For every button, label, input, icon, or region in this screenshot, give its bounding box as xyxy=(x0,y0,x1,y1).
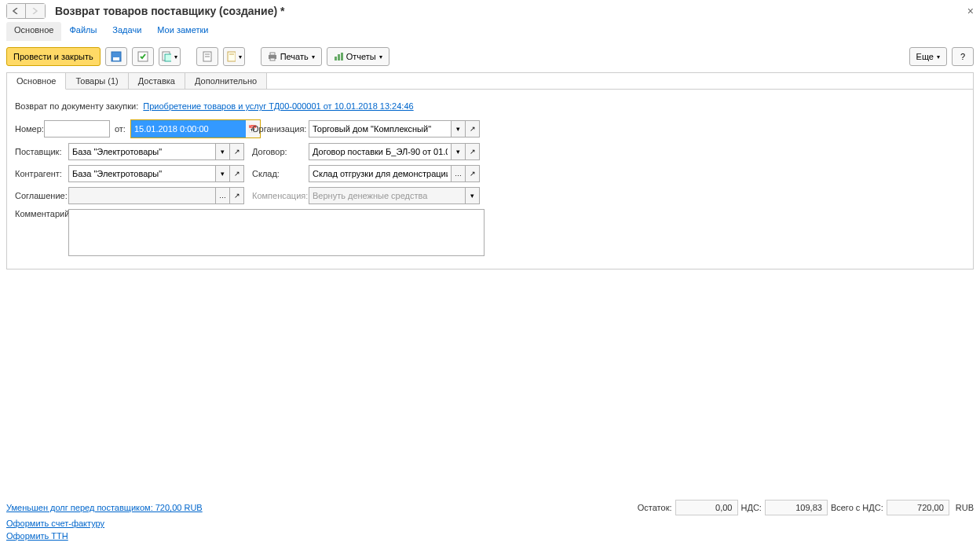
comment-input[interactable] xyxy=(68,209,485,256)
remainder-value: 0,00 xyxy=(675,500,738,515)
compensation-dropdown-icon[interactable]: ▾ xyxy=(466,187,480,204)
agreement-open-icon[interactable]: ↗ xyxy=(230,187,244,204)
back-button[interactable] xyxy=(7,4,26,18)
svg-rect-12 xyxy=(270,58,275,60)
vat-label: НДС: xyxy=(741,503,762,512)
debt-link[interactable]: Уменьшен долг перед поставщиком: 720,00 … xyxy=(6,503,203,512)
svg-rect-11 xyxy=(270,53,275,55)
svg-rect-14 xyxy=(338,54,340,60)
create-based-button[interactable]: ▾ xyxy=(159,47,181,66)
print-button[interactable]: Печать▾ xyxy=(261,47,322,66)
reports-button[interactable]: Отчеты▾ xyxy=(327,47,389,66)
warehouse-more-icon[interactable]: … xyxy=(452,165,466,182)
contract-input[interactable] xyxy=(309,143,452,160)
more-button[interactable]: Еще▾ xyxy=(909,47,947,66)
vat-value: 109,83 xyxy=(765,500,828,515)
warehouse-label: Склад: xyxy=(252,169,309,178)
tab-tasks[interactable]: Задачи xyxy=(104,22,149,41)
tab-main[interactable]: Основное xyxy=(6,22,61,41)
org-input[interactable] xyxy=(309,120,452,138)
base-doc-link[interactable]: Приобретение товаров и услуг ТД00-000001… xyxy=(143,101,413,111)
invoice-link[interactable]: Оформить счет-фактуру xyxy=(6,519,104,528)
base-doc-label: Возврат по документу закупки: xyxy=(15,101,138,111)
org-dropdown-icon[interactable]: ▾ xyxy=(452,120,466,138)
supplier-input[interactable] xyxy=(68,143,216,160)
subtab-goods[interactable]: Товары (1) xyxy=(66,73,128,89)
org-open-icon[interactable]: ↗ xyxy=(466,120,480,138)
contract-open-icon[interactable]: ↗ xyxy=(466,143,480,160)
print-label: Печать xyxy=(280,52,309,61)
svg-rect-1 xyxy=(113,57,119,60)
date-label: от: xyxy=(115,124,126,134)
counterparty-input[interactable] xyxy=(68,165,216,182)
total-label: Всего с НДС: xyxy=(831,503,883,512)
remainder-label: Остаток: xyxy=(638,503,672,512)
svg-rect-8 xyxy=(228,52,236,61)
warehouse-input[interactable] xyxy=(309,165,452,182)
total-value: 720,00 xyxy=(887,500,949,515)
currency-label: RUB xyxy=(956,503,974,512)
more-label: Еще xyxy=(916,52,934,61)
doc-button-2[interactable]: ▾ xyxy=(223,47,245,66)
counterparty-open-icon[interactable]: ↗ xyxy=(230,165,244,182)
tab-notes[interactable]: Мои заметки xyxy=(149,22,216,41)
svg-rect-4 xyxy=(165,54,171,61)
supplier-open-icon[interactable]: ↗ xyxy=(230,143,244,160)
ttn-link[interactable]: Оформить ТТН xyxy=(6,531,68,541)
subtab-extra[interactable]: Дополнительно xyxy=(185,73,267,89)
compensation-label: Компенсация: xyxy=(252,191,309,200)
reports-label: Отчеты xyxy=(346,52,376,61)
org-label: Организация: xyxy=(252,124,309,134)
number-label: Номер: xyxy=(15,124,44,134)
doc-button-1[interactable] xyxy=(196,47,218,66)
save-button[interactable] xyxy=(105,47,127,66)
subtab-main[interactable]: Основное xyxy=(7,73,66,90)
page-title: Возврат товаров поставщику (создание) * xyxy=(55,5,284,17)
comment-label: Комментарий: xyxy=(15,209,68,218)
post-and-close-button[interactable]: Провести и закрыть xyxy=(6,47,101,66)
contract-label: Договор: xyxy=(252,147,309,156)
contract-dropdown-icon[interactable]: ▾ xyxy=(452,143,466,160)
svg-rect-15 xyxy=(341,53,343,60)
tab-files[interactable]: Файлы xyxy=(61,22,104,41)
counterparty-label: Контрагент: xyxy=(15,169,68,178)
counterparty-dropdown-icon[interactable]: ▾ xyxy=(216,165,230,182)
forward-button[interactable] xyxy=(26,4,45,18)
supplier-label: Поставщик: xyxy=(15,147,68,156)
supplier-dropdown-icon[interactable]: ▾ xyxy=(216,143,230,160)
compensation-input xyxy=(309,187,466,204)
number-input[interactable] xyxy=(44,120,110,138)
close-button[interactable]: × xyxy=(967,5,974,17)
warehouse-open-icon[interactable]: ↗ xyxy=(466,165,480,182)
date-input[interactable] xyxy=(131,120,246,138)
svg-rect-13 xyxy=(335,57,337,60)
post-button[interactable] xyxy=(132,47,154,66)
agreement-more-icon[interactable]: … xyxy=(216,187,230,204)
agreement-label: Соглашение: xyxy=(15,191,68,200)
subtab-delivery[interactable]: Доставка xyxy=(129,73,185,89)
help-button[interactable]: ? xyxy=(952,47,974,66)
agreement-input[interactable] xyxy=(68,187,216,204)
